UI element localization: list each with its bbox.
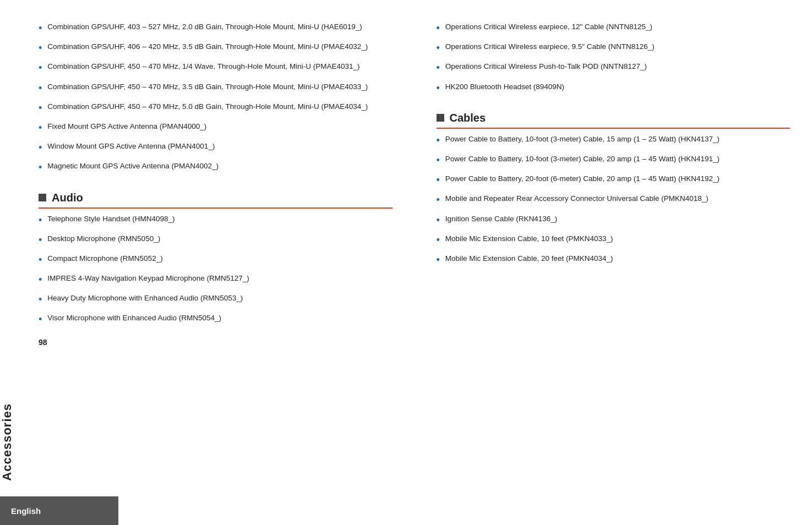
bullet-icon: • bbox=[437, 253, 440, 267]
item-text: IMPRES 4-Way Navigation Keypad Microphon… bbox=[47, 274, 249, 284]
audio-list: •Telephone Style Handset (HMN4098_)•Desk… bbox=[39, 214, 393, 327]
bullet-icon: • bbox=[39, 121, 42, 135]
bullet-icon: • bbox=[39, 313, 42, 326]
bullet-icon: • bbox=[39, 81, 42, 95]
bullet-icon: • bbox=[437, 214, 440, 227]
page-container: Accessories •Combination GPS/UHF, 403 – … bbox=[0, 0, 812, 525]
item-text: Power Cable to Battery, 10-foot (3-meter… bbox=[445, 154, 720, 165]
audio-section-title: Audio bbox=[52, 192, 83, 204]
list-item: •IMPRES 4-Way Navigation Keypad Micropho… bbox=[39, 274, 393, 287]
item-text: Heavy Duty Microphone with Enhanced Audi… bbox=[47, 293, 243, 304]
bullet-icon: • bbox=[39, 101, 42, 115]
item-text: Window Mount GPS Active Antenna (PMAN400… bbox=[47, 141, 215, 152]
audio-section-icon bbox=[39, 194, 46, 201]
item-text: Power Cable to Battery, 10-foot (3-meter… bbox=[445, 134, 720, 145]
gps-antenna-list: •Combination GPS/UHF, 403 – 527 MHz, 2.0… bbox=[39, 22, 393, 175]
item-text: Telephone Style Handset (HMN4098_) bbox=[47, 214, 175, 225]
list-item: •Compact Microphone (RMN5052_) bbox=[39, 254, 393, 267]
list-item: •Power Cable to Battery, 10-foot (3-mete… bbox=[437, 134, 791, 147]
list-item: •Power Cable to Battery, 20-foot (6-mete… bbox=[437, 174, 791, 187]
list-item: •HK200 Bluetooth Headset (89409N) bbox=[437, 82, 791, 95]
item-text: Compact Microphone (RMN5052_) bbox=[47, 254, 162, 264]
item-text: Combination GPS/UHF, 406 – 420 MHz, 3.5 … bbox=[47, 42, 368, 52]
bottom-bar: English bbox=[0, 496, 118, 525]
vertical-label: Accessories bbox=[0, 403, 28, 481]
cables-list: •Power Cable to Battery, 10-foot (3-mete… bbox=[437, 134, 791, 267]
bullet-icon: • bbox=[437, 61, 440, 75]
bullet-icon: • bbox=[39, 233, 42, 247]
list-item: •Combination GPS/UHF, 450 – 470 MHz, 1/4… bbox=[39, 62, 393, 75]
bullet-icon: • bbox=[39, 293, 42, 307]
item-text: HK200 Bluetooth Headset (89409N) bbox=[445, 82, 564, 92]
cables-section-icon bbox=[437, 114, 444, 122]
bullet-icon: • bbox=[437, 41, 440, 55]
item-text: Power Cable to Battery, 20-foot (6-meter… bbox=[445, 174, 720, 184]
item-text: Combination GPS/UHF, 450 – 470 MHz, 3.5 … bbox=[47, 82, 368, 92]
bullet-icon: • bbox=[437, 173, 440, 187]
list-item: •Combination GPS/UHF, 450 – 470 MHz, 3.5… bbox=[39, 82, 393, 95]
page-number: 98 bbox=[39, 338, 393, 352]
list-item: •Operations Critical Wireless earpiece, … bbox=[437, 42, 791, 55]
cables-section-heading: Cables bbox=[437, 112, 791, 129]
item-text: Operations Critical Wireless Push-to-Tal… bbox=[445, 62, 647, 72]
list-item: •Window Mount GPS Active Antenna (PMAN40… bbox=[39, 141, 393, 155]
list-item: •Power Cable to Battery, 10-foot (3-mete… bbox=[437, 154, 791, 167]
item-text: Mobile Mic Extension Cable, 20 feet (PMK… bbox=[445, 254, 613, 264]
cables-section-title: Cables bbox=[450, 112, 486, 124]
list-item: •Mobile Mic Extension Cable, 10 feet (PM… bbox=[437, 234, 791, 247]
list-item: •Combination GPS/UHF, 450 – 470 MHz, 5.0… bbox=[39, 102, 393, 115]
list-item: •Ignition Sense Cable (RKN4136_) bbox=[437, 214, 791, 227]
item-text: Desktop Microphone (RMN5050_) bbox=[47, 234, 160, 244]
list-item: •Fixed Mount GPS Active Antenna (PMAN400… bbox=[39, 122, 393, 135]
list-item: •Magnetic Mount GPS Active Antenna (PMAN… bbox=[39, 161, 393, 174]
list-item: •Mobile Mic Extension Cable, 20 feet (PM… bbox=[437, 254, 791, 267]
item-text: Mobile Mic Extension Cable, 10 feet (PMK… bbox=[445, 234, 613, 244]
bullet-icon: • bbox=[39, 214, 42, 227]
item-text: Mobile and Repeater Rear Accessory Conne… bbox=[445, 194, 709, 204]
item-text: Operations Critical Wireless earpiece, 9… bbox=[445, 42, 655, 52]
list-item: •Combination GPS/UHF, 406 – 420 MHz, 3.5… bbox=[39, 42, 393, 55]
list-item: •Operations Critical Wireless Push-to-Ta… bbox=[437, 62, 791, 75]
item-text: Fixed Mount GPS Active Antenna (PMAN4000… bbox=[47, 122, 206, 132]
list-item: •Telephone Style Handset (HMN4098_) bbox=[39, 214, 393, 227]
item-text: Magnetic Mount GPS Active Antenna (PMAN4… bbox=[47, 161, 219, 172]
list-item: •Operations Critical Wireless earpiece, … bbox=[437, 22, 791, 35]
list-item: •Mobile and Repeater Rear Accessory Conn… bbox=[437, 194, 791, 207]
vertical-label-container: Accessories bbox=[0, 0, 28, 525]
bullet-icon: • bbox=[437, 233, 440, 247]
bullet-icon: • bbox=[39, 253, 42, 267]
list-item: •Combination GPS/UHF, 403 – 527 MHz, 2.0… bbox=[39, 22, 393, 35]
bullet-icon: • bbox=[437, 154, 440, 167]
wireless-list: •Operations Critical Wireless earpiece, … bbox=[437, 22, 791, 95]
columns-wrapper: •Combination GPS/UHF, 403 – 527 MHz, 2.0… bbox=[39, 17, 790, 525]
list-item: •Heavy Duty Microphone with Enhanced Aud… bbox=[39, 293, 393, 307]
left-column: •Combination GPS/UHF, 403 – 527 MHz, 2.0… bbox=[39, 17, 404, 525]
item-text: Ignition Sense Cable (RKN4136_) bbox=[445, 214, 557, 225]
right-column: •Operations Critical Wireless earpiece, … bbox=[426, 17, 791, 525]
audio-section-heading: Audio bbox=[39, 192, 393, 209]
bottom-bar-label: English bbox=[11, 506, 41, 516]
item-text: Visor Microphone with Enhanced Audio (RM… bbox=[47, 313, 221, 324]
bullet-icon: • bbox=[437, 81, 440, 95]
main-content: •Combination GPS/UHF, 403 – 527 MHz, 2.0… bbox=[28, 0, 812, 525]
item-text: Combination GPS/UHF, 403 – 527 MHz, 2.0 … bbox=[47, 22, 362, 32]
bullet-icon: • bbox=[437, 21, 440, 35]
item-text: Operations Critical Wireless earpiece, 1… bbox=[445, 22, 652, 32]
bullet-icon: • bbox=[39, 21, 42, 35]
list-item: •Visor Microphone with Enhanced Audio (R… bbox=[39, 313, 393, 326]
bullet-icon: • bbox=[437, 134, 440, 147]
bullet-icon: • bbox=[39, 41, 42, 55]
bullet-icon: • bbox=[39, 141, 42, 155]
bullet-icon: • bbox=[39, 273, 42, 287]
bullet-icon: • bbox=[437, 193, 440, 207]
bullet-icon: • bbox=[39, 61, 42, 75]
item-text: Combination GPS/UHF, 450 – 470 MHz, 1/4 … bbox=[47, 62, 359, 72]
item-text: Combination GPS/UHF, 450 – 470 MHz, 5.0 … bbox=[47, 102, 368, 112]
bullet-icon: • bbox=[39, 161, 42, 174]
list-item: •Desktop Microphone (RMN5050_) bbox=[39, 234, 393, 247]
